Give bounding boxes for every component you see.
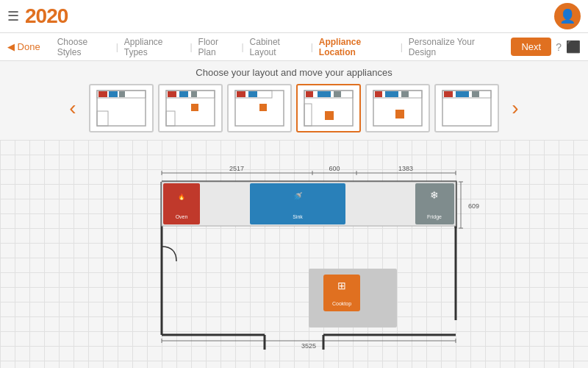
svg-rect-9 [179, 91, 188, 97]
svg-rect-33 [444, 91, 453, 97]
step-cabinet-layout[interactable]: Cabinet Layout [244, 37, 311, 57]
instruction-text: Choose your layout and move your applian… [196, 67, 392, 78]
done-button[interactable]: ◀ Done [7, 41, 40, 52]
svg-rect-3 [109, 91, 118, 97]
svg-rect-29 [401, 91, 409, 97]
svg-rect-17 [259, 104, 267, 111]
step-appliance-location[interactable]: Appliance Location [313, 37, 401, 57]
svg-rect-27 [375, 91, 382, 97]
svg-text:Oven: Oven [176, 214, 188, 219]
svg-text:1383: 1383 [398, 165, 413, 172]
svg-text:Cooktop: Cooktop [332, 301, 351, 307]
svg-rect-16 [248, 91, 257, 97]
help-button[interactable]: ? [556, 41, 562, 53]
layout-thumb-1[interactable] [89, 84, 154, 132]
svg-rect-8 [168, 91, 176, 97]
menu-icon[interactable]: ☰ [7, 8, 19, 24]
step-personalize[interactable]: Personalize Your Design [403, 37, 504, 57]
svg-rect-23 [325, 111, 334, 120]
svg-text:⊞: ⊞ [337, 280, 346, 291]
svg-text:❄: ❄ [430, 189, 439, 201]
step-choose-styles[interactable]: Choose Styles [51, 37, 116, 57]
svg-rect-2 [98, 91, 107, 97]
floor-plan[interactable]: 2517 600 1383 609 3525 [103, 158, 485, 350]
svg-rect-12 [166, 111, 175, 126]
logo: 2020 [25, 4, 68, 28]
video-button[interactable]: ⬛ [566, 40, 581, 54]
svg-text:Fridge: Fridge [427, 214, 442, 220]
svg-rect-10 [191, 91, 197, 97]
layout-thumb-2[interactable] [158, 84, 223, 132]
step-floor-plan[interactable]: Floor Plan [193, 37, 242, 57]
svg-rect-34 [456, 91, 469, 97]
svg-rect-4 [119, 91, 125, 97]
svg-rect-28 [385, 91, 398, 97]
header: ☰ 2020 👤 [0, 0, 588, 33]
svg-rect-22 [334, 91, 341, 97]
svg-rect-35 [472, 91, 479, 97]
step-appliance-types[interactable]: Appliance Types [118, 37, 190, 57]
svg-text:🔥: 🔥 [178, 193, 185, 200]
svg-rect-30 [395, 110, 404, 118]
canvas-area: 2517 600 1383 609 3525 [0, 140, 588, 368]
svg-text:2517: 2517 [229, 165, 244, 172]
svg-rect-5 [97, 111, 108, 126]
layout-thumb-3[interactable] [227, 84, 292, 132]
svg-rect-20 [306, 91, 313, 97]
done-label: ◀ Done [7, 41, 40, 52]
layout-thumb-5[interactable] [365, 84, 430, 132]
svg-text:609: 609 [468, 202, 479, 210]
main-area: Choose your layout and move your applian… [0, 61, 588, 368]
layout-thumb-4[interactable] [296, 84, 361, 132]
navbar: ◀ Done Choose Styles | Appliance Types |… [0, 33, 588, 61]
svg-rect-24 [304, 104, 312, 126]
svg-text:3525: 3525 [301, 342, 316, 350]
prev-layout-button[interactable]: ‹ [61, 96, 85, 120]
svg-text:600: 600 [329, 165, 340, 172]
next-layout-button[interactable]: › [503, 96, 527, 120]
svg-rect-15 [237, 91, 245, 97]
layout-selector: ‹ [61, 84, 527, 132]
layout-thumb-6[interactable] [434, 84, 499, 132]
svg-text:🚿: 🚿 [293, 191, 303, 201]
svg-rect-11 [191, 104, 198, 111]
nav-steps: Choose Styles | Appliance Types | Floor … [51, 37, 504, 57]
svg-rect-21 [318, 91, 331, 97]
user-avatar[interactable]: 👤 [554, 3, 581, 29]
svg-text:Sink: Sink [293, 214, 303, 219]
next-button[interactable]: Next [511, 38, 551, 56]
